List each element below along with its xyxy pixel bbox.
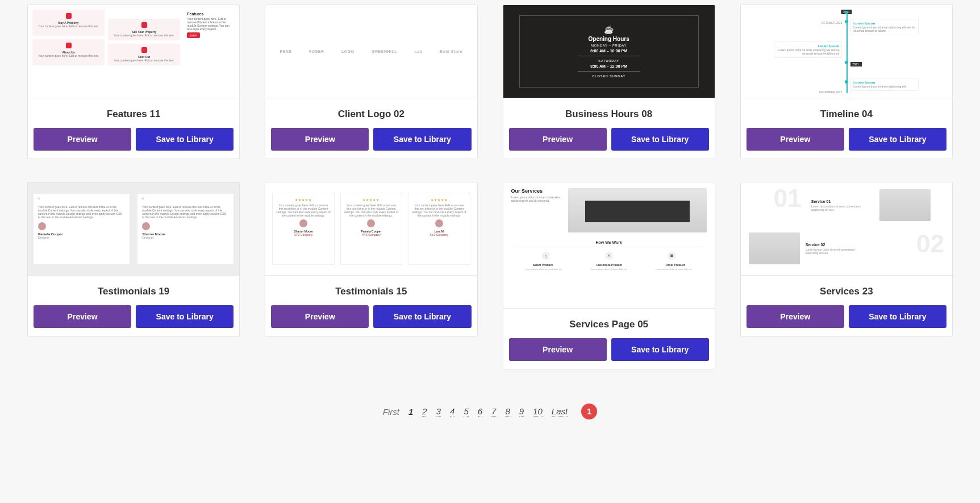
template-title: Timeline 04	[741, 98, 952, 128]
template-card: 2021 Lorem IpsumLorem ipsum dolor sit am…	[740, 5, 953, 159]
coffee-icon: ☕	[604, 25, 614, 34]
preview-button[interactable]: Preview	[509, 128, 607, 151]
template-thumb: Our Services Lorem ipsum dolor sit amet …	[503, 182, 715, 309]
preview-button[interactable]: Preview	[747, 305, 844, 328]
template-thumb: Your content goes here. Edit or remove t…	[28, 182, 239, 276]
pagination-page[interactable]: 9	[519, 406, 524, 417]
pagination-page[interactable]: 5	[464, 406, 468, 417]
template-grid: Buy A PropertyYour content goes here. Ed…	[27, 5, 953, 369]
pagination-page[interactable]: 2	[422, 406, 427, 417]
pagination-page[interactable]: 7	[491, 406, 496, 417]
preview-button[interactable]: Preview	[34, 128, 131, 151]
annotation-badge: 1	[581, 404, 597, 419]
template-thumb: PENS FOSER LOGO GREENHILL Lab Bold Store	[265, 5, 477, 98]
template-thumb: 01 02 Service 01Lorem ipsum dolor sit am…	[741, 182, 952, 276]
save-button[interactable]: Save to Library	[849, 305, 946, 328]
save-button[interactable]: Save to Library	[611, 338, 709, 361]
template-card: PENS FOSER LOGO GREENHILL Lab Bold Store…	[265, 5, 477, 159]
pagination-page[interactable]: 8	[505, 406, 510, 417]
save-button[interactable]: Save to Library	[136, 128, 233, 151]
save-button[interactable]: Save to Library	[611, 128, 709, 151]
pagination-first: First	[383, 407, 399, 417]
template-thumb: 2021 Lorem IpsumLorem ipsum dolor sit am…	[741, 5, 952, 98]
preview-button[interactable]: Preview	[747, 128, 844, 151]
template-card: ★★★★★ Your content goes here. Edit or re…	[265, 182, 477, 336]
template-title: Services 23	[741, 276, 952, 305]
template-thumb: ★★★★★ Your content goes here. Edit or re…	[265, 182, 477, 276]
pagination-page[interactable]: 4	[450, 406, 454, 417]
preview-button[interactable]: Preview	[34, 305, 131, 328]
pagination: First 1 2 3 4 5 6 7 8 9 10 Last 1	[27, 404, 953, 419]
template-title: Services Page 05	[503, 309, 715, 338]
template-card: Buy A PropertyYour content goes here. Ed…	[27, 5, 240, 159]
save-button[interactable]: Save to Library	[373, 305, 471, 328]
template-title: Testimonials 19	[28, 276, 239, 305]
preview-button[interactable]: Preview	[271, 305, 369, 328]
template-card: 01 02 Service 01Lorem ipsum dolor sit am…	[740, 182, 953, 336]
template-thumb: ☕ Opening Hours MONDAY – FRIDAY 8:00 AM …	[503, 5, 715, 98]
template-thumb: Buy A PropertyYour content goes here. Ed…	[28, 5, 239, 98]
pagination-page[interactable]: 10	[533, 406, 543, 417]
template-title: Client Logo 02	[265, 98, 477, 128]
template-title: Features 11	[28, 98, 239, 128]
pagination-page[interactable]: 6	[478, 406, 482, 417]
save-button[interactable]: Save to Library	[849, 128, 946, 151]
pagination-current: 1	[408, 407, 413, 417]
preview-button[interactable]: Preview	[271, 128, 369, 151]
save-button[interactable]: Save to Library	[136, 305, 233, 328]
template-card: Our Services Lorem ipsum dolor sit amet …	[503, 182, 715, 369]
template-title: Business Hours 08	[503, 98, 715, 128]
template-card: ☕ Opening Hours MONDAY – FRIDAY 8:00 AM …	[503, 5, 715, 159]
preview-button[interactable]: Preview	[509, 338, 607, 361]
pagination-last[interactable]: Last	[552, 406, 568, 417]
save-button[interactable]: Save to Library	[373, 128, 471, 151]
template-title: Testimonials 15	[265, 276, 477, 305]
pagination-page[interactable]: 3	[436, 406, 441, 417]
template-card: Your content goes here. Edit or remove t…	[27, 182, 240, 336]
